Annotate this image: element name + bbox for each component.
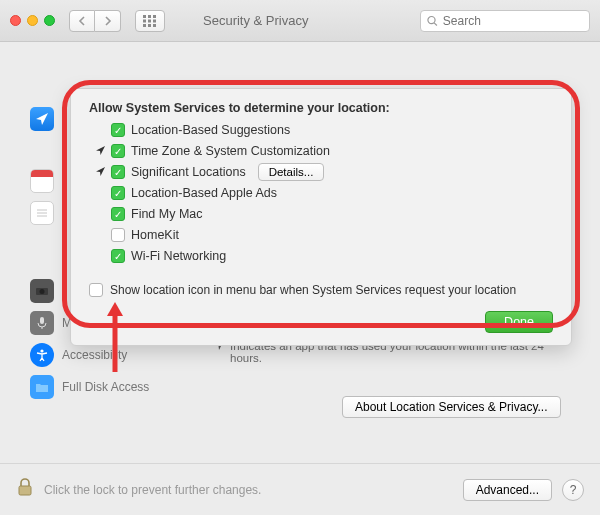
svg-line-10 (434, 22, 437, 25)
location-arrow-icon (95, 166, 105, 178)
accessibility-icon (30, 343, 54, 367)
about-location-services-button[interactable]: About Location Services & Privacy... (342, 396, 561, 418)
microphone-icon (30, 311, 54, 335)
svg-rect-1 (148, 15, 151, 18)
service-row: Time Zone & System Customization (95, 142, 553, 160)
service-label: Find My Mac (131, 207, 203, 221)
show-location-label: Show location icon in menu bar when Syst… (110, 283, 516, 297)
service-checkbox[interactable] (111, 186, 125, 200)
window-title: Security & Privacy (203, 13, 308, 28)
svg-rect-0 (143, 15, 146, 18)
sidebar-item-full-disk-access[interactable]: Full Disk Access (26, 374, 196, 400)
show-all-button[interactable] (135, 10, 165, 32)
service-label: Location-Based Apple Ads (131, 186, 277, 200)
lock-text: Click the lock to prevent further change… (44, 483, 453, 497)
svg-rect-4 (148, 19, 151, 22)
main-area: Location Services Microphone (0, 42, 600, 463)
bottom-bar: Click the lock to prevent further change… (0, 463, 600, 515)
service-checkbox[interactable] (111, 144, 125, 158)
service-row: Wi-Fi Networking (95, 247, 553, 265)
svg-point-15 (40, 289, 45, 294)
titlebar: Security & Privacy (0, 0, 600, 42)
service-row: Find My Mac (95, 205, 553, 223)
service-checkbox[interactable] (111, 123, 125, 137)
service-checkbox[interactable] (111, 165, 125, 179)
chevron-left-icon (78, 16, 86, 26)
window-controls (10, 15, 55, 26)
svg-point-9 (428, 16, 435, 23)
svg-rect-6 (143, 24, 146, 27)
sheet-heading: Allow System Services to determine your … (89, 101, 553, 115)
sidebar-item-label: Accessibility (62, 348, 127, 362)
service-row: Location-Based Apple Ads (95, 184, 553, 202)
nav-buttons (69, 10, 121, 32)
right-info: Indicates an app that has used your loca… (212, 334, 580, 418)
service-row: Location-Based Suggestions (95, 121, 553, 139)
service-label: HomeKit (131, 228, 179, 242)
details-button[interactable]: Details... (258, 163, 325, 181)
svg-rect-7 (148, 24, 151, 27)
show-location-checkbox[interactable] (89, 283, 103, 297)
service-checkbox[interactable] (111, 207, 125, 221)
search-icon (427, 15, 438, 27)
forward-button[interactable] (95, 10, 121, 32)
service-checkbox[interactable] (111, 228, 125, 242)
help-button[interactable]: ? (562, 479, 584, 501)
svg-rect-8 (153, 24, 156, 27)
svg-rect-3 (143, 19, 146, 22)
svg-rect-5 (153, 19, 156, 22)
search-field[interactable] (420, 10, 590, 32)
show-location-icon-row: Show location icon in menu bar when Syst… (89, 283, 553, 297)
lock-icon[interactable] (16, 477, 34, 502)
system-services-sheet: Allow System Services to determine your … (70, 88, 572, 346)
reminders-icon (30, 201, 54, 225)
service-checkbox[interactable] (111, 249, 125, 263)
location-icon (30, 107, 54, 131)
location-arrow-icon (95, 145, 105, 157)
close-window-button[interactable] (10, 15, 21, 26)
services-list: Location-Based SuggestionsTime Zone & Sy… (95, 121, 553, 265)
sidebar-item-label: Full Disk Access (62, 380, 149, 394)
minimize-window-button[interactable] (27, 15, 38, 26)
zoom-window-button[interactable] (44, 15, 55, 26)
service-row: Significant LocationsDetails... (95, 163, 553, 181)
service-label: Time Zone & System Customization (131, 144, 330, 158)
done-button[interactable]: Done (485, 311, 553, 333)
camera-icon (30, 279, 54, 303)
grid-icon (143, 15, 157, 27)
service-label: Wi-Fi Networking (131, 249, 226, 263)
calendar-icon (30, 169, 54, 193)
back-button[interactable] (69, 10, 95, 32)
advanced-button[interactable]: Advanced... (463, 479, 552, 501)
search-input[interactable] (443, 14, 583, 28)
service-row: HomeKit (95, 226, 553, 244)
chevron-right-icon (104, 16, 112, 26)
service-label: Significant Locations (131, 165, 246, 179)
svg-point-18 (40, 349, 43, 352)
folder-icon (30, 375, 54, 399)
svg-rect-21 (19, 486, 31, 495)
service-label: Location-Based Suggestions (131, 123, 290, 137)
svg-rect-2 (153, 15, 156, 18)
svg-rect-16 (40, 317, 44, 324)
